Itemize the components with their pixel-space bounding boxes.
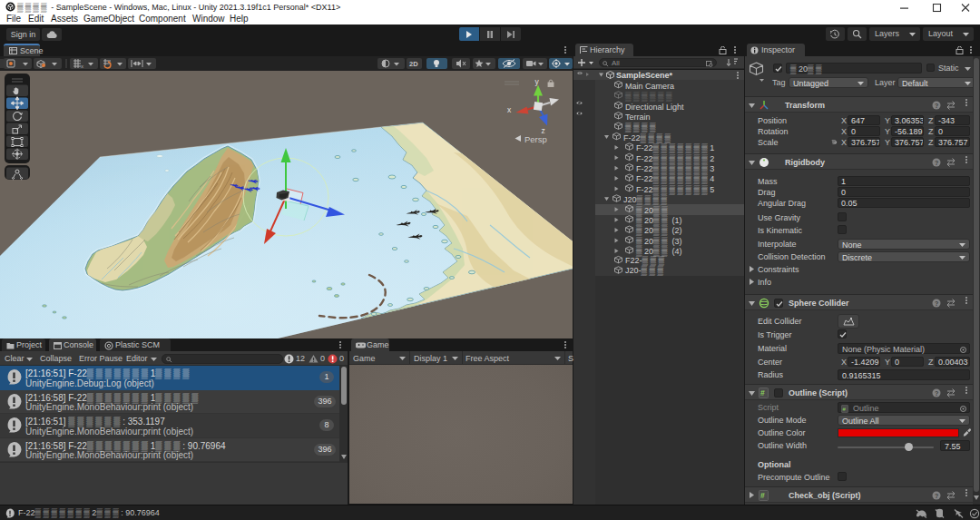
svg-text:Persp: Persp xyxy=(524,134,547,144)
svg-text:x: x xyxy=(507,105,512,114)
svg-text:?: ? xyxy=(935,493,938,499)
svg-text:?: ? xyxy=(935,160,938,166)
svg-text:x: x xyxy=(81,64,83,69)
svg-text:y: y xyxy=(535,77,540,86)
svg-text:?: ? xyxy=(935,103,938,109)
svg-text:2D: 2D xyxy=(409,60,418,68)
svg-text:#: # xyxy=(760,388,765,397)
svg-text:?: ? xyxy=(935,390,938,397)
svg-text:?: ? xyxy=(935,300,938,307)
svg-text:#: # xyxy=(760,491,765,500)
